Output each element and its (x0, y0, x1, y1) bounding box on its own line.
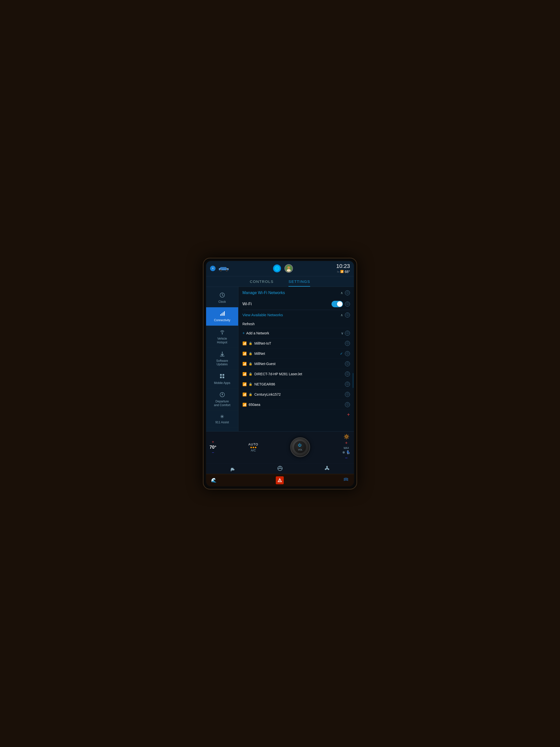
bottom-controls: + 70° − AUTO A/C (206, 431, 354, 463)
seat-heat-button[interactable] (230, 465, 236, 471)
climate-row: + 70° − AUTO A/C (210, 434, 350, 461)
network-right: ⓘ (345, 361, 350, 366)
wifi-signal-icon: 📶 (242, 403, 247, 407)
sidebar-item-connectivity[interactable]: Connectivity (206, 307, 238, 326)
svg-point-10 (287, 269, 291, 272)
wifi-signal-icon: 📶 (242, 372, 247, 376)
network-info-button[interactable]: ⓘ (345, 402, 350, 407)
user-avatar[interactable] (285, 264, 293, 273)
network-right: ⓘ (345, 402, 350, 407)
network-info-button[interactable]: ⓘ (345, 382, 350, 387)
network-item-millnet-iot[interactable]: 📶 🔒 MillNet-IoT ⓘ (242, 338, 350, 349)
view-networks-header: View Available Networks ∧ ⓘ (242, 312, 350, 317)
network-info-button[interactable]: ⓘ (345, 361, 350, 366)
vol-label: VOL (298, 448, 302, 451)
svg-point-42 (279, 481, 280, 482)
add-network-info-button[interactable]: ⓘ (345, 331, 350, 336)
network-item-millnet[interactable]: 📶 🔒 MillNet ✓ ⓘ (242, 349, 350, 359)
tab-settings[interactable]: SETTINGS (289, 279, 310, 287)
networks-info-button[interactable]: ⓘ (345, 312, 350, 317)
network-left: 📶 🔒 DIRECT-7d-HP M281 LaserJet (242, 372, 302, 376)
add-network-label: Add a Network (246, 331, 269, 335)
network-info-button[interactable]: ⓘ (345, 371, 350, 377)
network-right: ⓘ (345, 341, 350, 346)
volume-knob[interactable]: ⏻ VOL (290, 437, 310, 457)
networks-chevron[interactable]: ∧ (341, 313, 343, 317)
temp-increase-button[interactable]: + (212, 440, 214, 444)
assist-label: 911 Assist (215, 420, 229, 424)
wifi-signal-icon: 📶 (242, 341, 247, 345)
add-network-chevron[interactable]: ∨ (341, 331, 344, 335)
tab-controls[interactable]: CONTROLS (250, 279, 273, 287)
svg-rect-5 (227, 268, 229, 269)
lock-icon: 🔒 (249, 393, 252, 396)
sidebar-item-vehicle-hotspot[interactable]: VehicleHotspot (206, 326, 238, 348)
fan-button[interactable] (324, 465, 330, 471)
wifi-toggle-row: Wi-Fi ⓘ (242, 298, 350, 310)
svg-point-28 (222, 394, 223, 395)
refresh-row: Refresh (242, 320, 350, 328)
ac-label: A/C (251, 449, 256, 452)
wifi-signal-icon: 📶 (242, 392, 247, 396)
vent-icon[interactable] (343, 476, 349, 484)
seat-icon[interactable]: 💺 (346, 450, 350, 455)
network-name: 650aea (249, 403, 260, 407)
network-info-button[interactable]: ⓘ (345, 351, 350, 356)
network-info-button[interactable]: ⓘ (345, 341, 350, 346)
network-info-button[interactable]: ⓘ (345, 392, 350, 397)
bottom-buttons (206, 463, 354, 474)
cortana-icon[interactable] (273, 264, 281, 273)
defroster-icon[interactable]: 🔆 (344, 434, 349, 439)
lock-icon: 🔒 (249, 352, 252, 355)
lock-icon: 🔒 (249, 383, 252, 386)
lock-icon: 🔒 (249, 342, 252, 345)
add-network-row[interactable]: + Add a Network ∨ ⓘ (242, 328, 350, 338)
close-button[interactable]: × (210, 266, 216, 271)
top-bar-left: × (210, 265, 230, 272)
defrost-icon[interactable]: ❄ (342, 450, 345, 455)
clock-display: 10:23 (336, 263, 350, 269)
wifi-toggle[interactable] (331, 301, 343, 307)
sidebar-item-911-assist[interactable]: ✳ 911 Assist (206, 411, 238, 428)
svg-line-14 (222, 295, 223, 295)
steering-heat-button[interactable] (277, 465, 283, 471)
refresh-label[interactable]: Refresh (242, 322, 255, 326)
manage-wifi-title[interactable]: Manage Wi-Fi Networks (242, 290, 285, 295)
network-item-centurylink[interactable]: 📶 🔒 CenturyLink1572 ⓘ (242, 389, 350, 400)
sidebar-item-departure-comfort[interactable]: Departureand Comfort (206, 388, 238, 411)
network-item-direct-7d[interactable]: 📶 🔒 DIRECT-7d-HP M281 LaserJet ⓘ (242, 369, 350, 379)
departure-icon (219, 392, 225, 398)
wifi-status-icon: 📶 (340, 270, 344, 273)
network-right: ✓ ⓘ (340, 351, 350, 356)
fan-physical-icon[interactable]: 🌊 (211, 478, 216, 483)
dot1 (250, 447, 252, 448)
sidebar-item-mobile-apps[interactable]: Mobile Apps (206, 370, 238, 388)
auto-ac-control: AUTO A/C (248, 442, 258, 452)
settings-panel: Manage Wi-Fi Networks ∧ ⓘ Wi-Fi (238, 287, 354, 431)
add-button[interactable]: + (347, 412, 350, 418)
updates-label: SoftwareUpdates (216, 359, 228, 366)
sidebar-item-clock[interactable]: Clock (206, 289, 238, 307)
temp-decrease-button[interactable]: − (212, 450, 214, 455)
network-item-650aea[interactable]: 📶 650aea ⓘ (242, 400, 350, 410)
right-minus-button[interactable]: − (345, 456, 348, 461)
signal-icon: ↕₄ (337, 270, 339, 273)
sidebar-item-software-updates[interactable]: SoftwareUpdates (206, 348, 238, 370)
svg-point-3 (226, 270, 228, 271)
hotspot-icon (219, 329, 225, 335)
network-item-millnet-guest[interactable]: 📶 🔒 MillNet-Guest ⓘ (242, 359, 350, 369)
view-networks-title[interactable]: View Available Networks (242, 313, 283, 317)
wifi-info-button[interactable]: ⓘ (345, 302, 350, 307)
manage-wifi-chevron[interactable]: ∧ (341, 291, 343, 295)
svg-rect-4 (219, 268, 220, 269)
network-name: NETGEAR86 (255, 382, 275, 386)
plus-icon: + (242, 331, 245, 335)
manage-wifi-info-button[interactable]: ⓘ (345, 290, 350, 295)
network-name: MillNet (255, 352, 265, 356)
physical-controls: 🌊 (206, 474, 354, 486)
network-right: ⓘ (345, 371, 350, 377)
network-item-netgear86[interactable]: 📶 🔒 NETGEAR86 ⓘ (242, 379, 350, 389)
hazard-button[interactable] (276, 476, 284, 484)
right-plus-button[interactable]: + (345, 440, 348, 446)
top-bar: × (206, 261, 354, 276)
